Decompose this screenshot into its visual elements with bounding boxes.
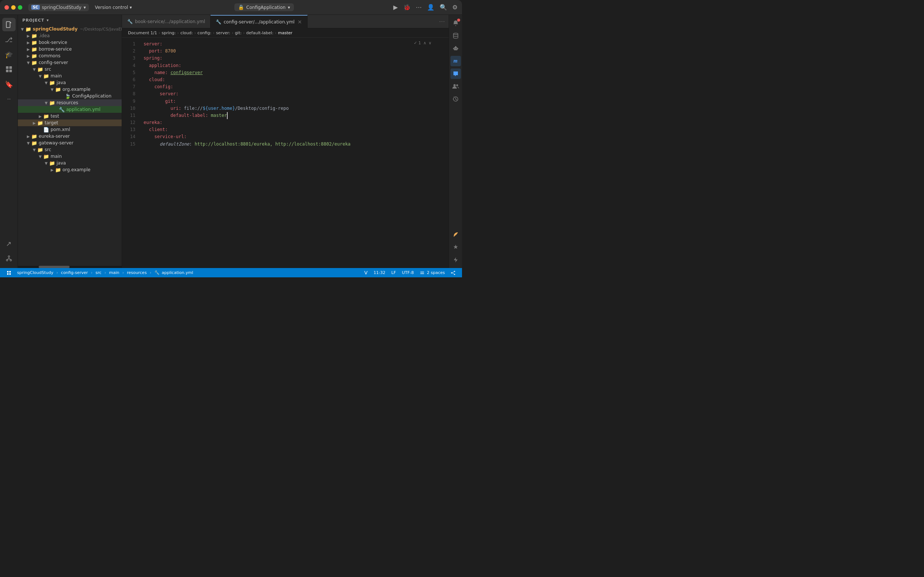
notification-badge — [457, 19, 460, 22]
statusbar-bc-file[interactable]: 🔧 application.yml — [151, 268, 196, 277]
maximize-button[interactable] — [18, 5, 22, 10]
vc-label: Version control — [95, 5, 129, 10]
statusbar-share-icon[interactable] — [448, 268, 458, 277]
svg-point-16 — [456, 84, 458, 86]
tree-item-idea[interactable]: ▶ 📁 .idea — [18, 32, 122, 39]
chat-icon[interactable] — [450, 68, 461, 79]
activity-more-icon[interactable]: ··· — [2, 92, 16, 106]
run-button[interactable]: ▶ — [393, 4, 398, 11]
bc-status-resources: resources — [127, 270, 146, 275]
tree-item-gateway-src[interactable]: ▼ 📁 src — [18, 146, 122, 153]
tree-item-configapp[interactable]: 🍃 ConfigApplication — [18, 93, 122, 99]
close-button[interactable] — [5, 5, 9, 10]
tree-item-org-example[interactable]: ▼ 📁 org.example — [18, 86, 122, 93]
tree-item-java[interactable]: ▼ 📁 java — [18, 79, 122, 86]
bc-sep-6: › — [243, 31, 244, 35]
tree-item-pom-xml[interactable]: 📄 pom.xml — [18, 126, 122, 133]
ai-lightning-icon[interactable] — [450, 255, 461, 265]
bc-sep-2: › — [177, 31, 179, 35]
folder-book-icon: 📁 — [31, 39, 37, 45]
svg-point-6 — [6, 259, 8, 261]
database-icon[interactable] — [450, 31, 461, 41]
history-icon[interactable] — [450, 94, 461, 104]
tree-item-root[interactable]: ▼ 📁 springCloudStudy ~/Desktop/CS/JavaEl — [18, 26, 122, 32]
tab-book-label: book-service/.../application.yml — [135, 19, 205, 24]
markdown-icon[interactable]: m — [450, 56, 461, 66]
tree-item-application-yml[interactable]: 🔧 application.yml — [18, 106, 122, 113]
statusbar-cursor-pos[interactable]: 11:32 — [371, 268, 388, 277]
project-name: springCloudStudy — [42, 5, 82, 10]
debug-icon[interactable]: 🐞 — [403, 4, 411, 11]
statusbar-breadcrumb-root[interactable]: springCloudStudy — [14, 268, 56, 277]
tree-label-java: java — [56, 80, 66, 85]
leaf-icon[interactable] — [450, 229, 461, 240]
statusbar-bc-config-server[interactable]: config-server — [58, 268, 91, 277]
activity-git-icon[interactable]: ⎇ — [2, 33, 16, 46]
tree-item-config-server[interactable]: ▼ 📁 config-server — [18, 59, 122, 66]
tree-item-gateway-main[interactable]: ▼ 📁 main — [18, 153, 122, 160]
activity-learn-icon[interactable]: 🎓 — [2, 48, 16, 61]
tree-item-book-service[interactable]: ▶ 📁 book-service — [18, 39, 122, 46]
tab-close-icon[interactable]: ✕ — [297, 19, 302, 25]
statusbar-encoding[interactable]: UTF-8 — [399, 268, 416, 277]
statusbar-bc-resources[interactable]: resources — [124, 268, 149, 277]
statusbar-indent[interactable]: 2 spaces — [417, 268, 448, 277]
statusbar-vim-mode[interactable]: V — [361, 268, 371, 277]
tree-arrow-gateway-main: ▼ — [37, 153, 43, 160]
tree-label-gateway-server: gateway-server — [39, 140, 73, 145]
tree-arrow-borrow-service: ▶ — [25, 46, 31, 52]
statusbar-bc-src[interactable]: src — [93, 268, 104, 277]
tree-label-gateway-org: org.example — [63, 167, 90, 172]
tree-label-resources: resources — [56, 100, 78, 105]
activity-components-icon[interactable] — [2, 63, 16, 76]
tree-item-gateway-java[interactable]: ▼ 📁 java — [18, 160, 122, 166]
tree-label-target: target — [45, 120, 58, 126]
tree-item-target[interactable]: ▶ 📁 target — [18, 119, 122, 126]
tree-item-gateway-org[interactable]: ▶ 📁 org.example — [18, 166, 122, 173]
tree-item-main[interactable]: ▼ 📁 main — [18, 73, 122, 79]
activity-deploy-icon[interactable]: ↗ — [2, 237, 16, 250]
spring-file-icon: 🍃 — [65, 93, 71, 99]
tree-item-src[interactable]: ▼ 📁 src — [18, 66, 122, 73]
version-control-selector[interactable]: Version control ▾ — [92, 4, 135, 11]
notification-icon[interactable] — [450, 18, 461, 28]
settings-icon[interactable]: ⚙ — [452, 4, 458, 11]
activity-files-icon[interactable] — [2, 18, 16, 31]
ai-robot-icon[interactable] — [450, 43, 461, 53]
bc-sep-7: › — [275, 31, 276, 35]
activity-git-bottom-icon[interactable] — [2, 251, 16, 265]
svg-point-25 — [451, 272, 452, 273]
user-icon[interactable]: 👤 — [427, 4, 434, 11]
tabs-overflow-icon[interactable]: ⋯ — [435, 18, 448, 25]
activity-bookmarks-icon[interactable]: 🔖 — [2, 77, 16, 91]
folder-gwmain-icon: 📁 — [43, 153, 49, 160]
code-editor[interactable]: server: port: 8700 spring: application: … — [138, 38, 448, 268]
tree-item-eureka-server[interactable]: ▶ 📁 eureka-server — [18, 133, 122, 140]
statusbar-bc-main[interactable]: main — [106, 268, 122, 277]
project-selector[interactable]: SC springCloudStudy ▾ — [28, 4, 89, 11]
sidebar-title: Project — [22, 18, 44, 23]
sidebar-scrollbar[interactable] — [18, 266, 122, 268]
tree-arrow-eureka: ▶ — [25, 133, 31, 139]
more-options-icon[interactable]: ⋯ — [416, 4, 422, 11]
tree-item-commons[interactable]: ▶ 📁 commons — [18, 53, 122, 59]
sidebar-scrollbar-thumb — [39, 266, 70, 268]
tree-item-gateway-server[interactable]: ▼ 📁 gateway-server — [18, 140, 122, 146]
statusbar-line-ending[interactable]: LF — [388, 268, 399, 277]
tree-item-resources[interactable]: ▼ 📁 resources — [18, 99, 122, 106]
match-up-icon[interactable]: ∧ — [423, 40, 426, 45]
tree-label-configapp: ConfigApplication — [72, 93, 112, 99]
run-config-selector[interactable]: 🔒 ConfigApplication ▾ — [235, 3, 294, 11]
search-icon[interactable]: 🔍 — [440, 4, 447, 11]
minimize-button[interactable] — [11, 5, 16, 10]
bc-master: master — [278, 31, 292, 35]
tab-config-server[interactable]: 🔧 config-server/.../application.yml ✕ — [211, 15, 307, 28]
sidebar-chevron-icon: ▾ — [47, 18, 49, 23]
tree-item-test[interactable]: ▶ 📁 test — [18, 113, 122, 119]
users-icon[interactable] — [450, 81, 461, 92]
star-sparkle-icon[interactable] — [450, 242, 461, 252]
statusbar-project-icon[interactable] — [4, 268, 14, 277]
match-down-icon[interactable]: ∨ — [429, 40, 432, 45]
tab-book-service[interactable]: 🔧 book-service/.../application.yml — [122, 15, 211, 28]
tree-item-borrow-service[interactable]: ▶ 📁 borrow-service — [18, 46, 122, 53]
